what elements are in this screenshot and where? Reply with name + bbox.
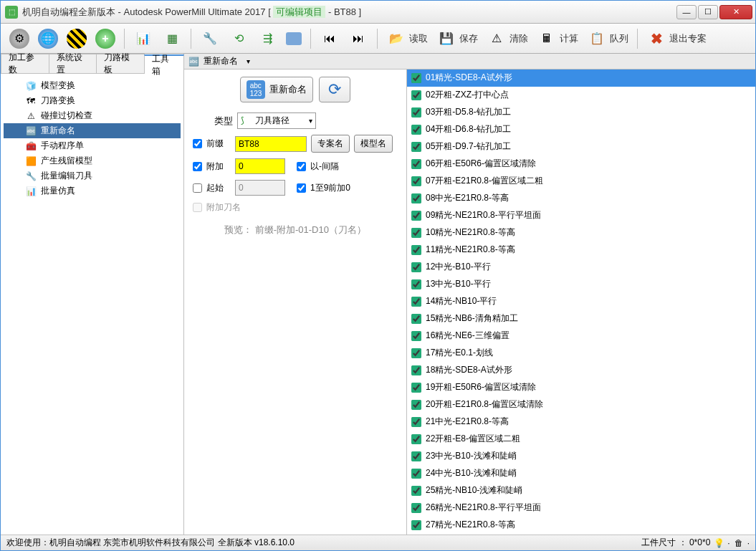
list-item-checkbox[interactable] xyxy=(411,125,421,135)
start-checkbox[interactable] xyxy=(193,183,202,193)
list-item-checkbox[interactable] xyxy=(411,451,421,461)
list-item[interactable]: 07开粗-E21R0.8-偏置区域二粗 xyxy=(407,173,755,190)
rotate-button[interactable]: ⟲ xyxy=(226,27,252,50)
tree-item-3[interactable]: 🔤重新命名 xyxy=(4,123,181,138)
list-item-checkbox[interactable] xyxy=(411,417,421,427)
wrench-button[interactable]: 🔧 xyxy=(197,27,223,50)
list-item[interactable]: 20开粗-E21R0.8-偏置区域清除 xyxy=(407,396,755,413)
list-item-checkbox[interactable] xyxy=(411,211,421,221)
list-item-checkbox[interactable] xyxy=(411,228,421,238)
list-item[interactable]: 17精光-E0.1-划线 xyxy=(407,345,755,362)
list-item[interactable]: 27精光-NE21R0.8-等高 xyxy=(407,517,755,534)
list-item[interactable]: 16精光-NE6-三维偏置 xyxy=(407,327,755,345)
hazard-button[interactable] xyxy=(64,27,90,50)
model-name-button[interactable]: 模型名 xyxy=(354,135,393,153)
list-item-checkbox[interactable] xyxy=(411,365,421,375)
maximize-button[interactable]: ☐ xyxy=(698,5,718,19)
list-item[interactable]: 24中光-B10-浅滩和陡峭 xyxy=(407,465,755,482)
list-item[interactable]: 19开粗-E50R6-偏置区域清除 xyxy=(407,379,755,396)
next-button[interactable]: ⏭ xyxy=(345,27,371,50)
read-button[interactable]: 📂读取 xyxy=(383,27,431,50)
list-item[interactable]: 21中光-E21R0.8-等高 xyxy=(407,413,755,431)
flow-button[interactable]: ⇶ xyxy=(254,27,280,50)
list-item-checkbox[interactable] xyxy=(411,262,421,272)
append-checkbox[interactable] xyxy=(193,162,202,171)
project-name-button[interactable]: 专案名 xyxy=(311,135,350,153)
left-tab-2[interactable]: 刀路模板 xyxy=(96,54,145,73)
list-item-checkbox[interactable] xyxy=(411,434,421,444)
interval-checkbox[interactable] xyxy=(297,162,306,171)
list-item-checkbox[interactable] xyxy=(411,486,421,496)
list-item-checkbox[interactable] xyxy=(411,348,421,358)
tree-item-2[interactable]: ⚠碰撞过切检查 xyxy=(4,108,181,123)
list-item-checkbox[interactable] xyxy=(411,245,421,255)
list-item[interactable]: 25精光-NB10-浅滩和陡峭 xyxy=(407,482,755,499)
close-button[interactable]: ✕ xyxy=(719,5,752,19)
list-item-checkbox[interactable] xyxy=(411,142,421,152)
add-button[interactable]: + xyxy=(92,27,118,50)
list-item-checkbox[interactable] xyxy=(411,107,421,118)
left-tab-1[interactable]: 系统设置 xyxy=(49,54,97,73)
list-item-checkbox[interactable] xyxy=(411,90,421,100)
tree-item-6[interactable]: 🔧批量编辑刀具 xyxy=(4,168,181,183)
list-item[interactable]: 18精光-SDE8-A试外形 xyxy=(407,362,755,379)
list-item[interactable]: 13中光-B10-平行 xyxy=(407,276,755,293)
calc-button[interactable]: 🖩计算 xyxy=(534,27,581,50)
clear-button[interactable]: ⚠清除 xyxy=(484,27,531,50)
list-item[interactable]: 11精光-NE21R0.8-等高 xyxy=(407,241,755,259)
tree-item-1[interactable]: 🗺刀路变换 xyxy=(4,93,181,108)
list-item[interactable]: 14精光-NB10-平行 xyxy=(407,293,755,310)
prefix-input[interactable] xyxy=(235,136,307,152)
rename-action-button[interactable]: abc123 重新命名 xyxy=(240,77,313,102)
globe-button[interactable]: 🌐 xyxy=(35,27,61,50)
list-item-checkbox[interactable] xyxy=(411,176,421,186)
queue-button[interactable]: 📋队列 xyxy=(584,27,631,50)
list-item[interactable]: 01精光-SDE8-A试外形 xyxy=(407,70,755,87)
list-item[interactable]: 15精光-NB6-清角精加工 xyxy=(407,310,755,327)
list-item-checkbox[interactable] xyxy=(411,331,421,341)
list-item[interactable]: 03开粗-D5.8-钻孔加工 xyxy=(407,104,755,121)
tree-item-5[interactable]: 🟧产生残留模型 xyxy=(4,153,181,168)
list-item[interactable]: 26精光-NE21R0.8-平行平坦面 xyxy=(407,499,755,517)
list-item-checkbox[interactable] xyxy=(411,503,421,513)
list-item-checkbox[interactable] xyxy=(411,314,421,324)
list-item[interactable]: 06开粗-E50R6-偏置区域清除 xyxy=(407,155,755,173)
list-item-checkbox[interactable] xyxy=(411,400,421,410)
list-item-checkbox[interactable] xyxy=(411,297,421,307)
recycle-icon[interactable]: 🗑 xyxy=(733,537,745,549)
list-item[interactable]: 04开粗-D6.8-钻孔加工 xyxy=(407,121,755,138)
box-button[interactable] xyxy=(283,27,305,50)
excel-button[interactable]: ▦ xyxy=(159,27,185,50)
list-item[interactable]: 02开粗-ZXZ-打中心点 xyxy=(407,87,755,104)
list-item-checkbox[interactable] xyxy=(411,520,421,530)
left-tab-3[interactable]: 工具箱 xyxy=(144,54,184,74)
tree-item-4[interactable]: 🧰手动程序单 xyxy=(4,138,181,153)
minimize-button[interactable]: — xyxy=(676,5,697,19)
left-tab-0[interactable]: 加工参数 xyxy=(1,54,49,73)
list-item-checkbox[interactable] xyxy=(411,279,421,289)
list-item-checkbox[interactable] xyxy=(411,159,421,169)
settings-button[interactable]: ⚙ xyxy=(6,27,32,50)
list-item[interactable]: 22开粗-E8-偏置区域二粗 xyxy=(407,431,755,448)
refresh-button[interactable]: ⟳ xyxy=(319,77,350,102)
type-select[interactable]: ⟆ 刀具路径 ▾ xyxy=(237,112,316,129)
list-item-checkbox[interactable] xyxy=(411,469,421,479)
chart-button[interactable]: 📊 xyxy=(130,27,156,50)
list-item-checkbox[interactable] xyxy=(411,193,421,203)
list-item[interactable]: 09精光-NE21R0.8-平行平坦面 xyxy=(407,207,755,224)
list-item-checkbox[interactable] xyxy=(411,73,421,83)
dropdown-arrow-icon[interactable]: ▾ xyxy=(247,57,250,65)
list-item-checkbox[interactable] xyxy=(411,383,421,393)
prev-button[interactable]: ⏮ xyxy=(317,27,343,50)
prefix-checkbox[interactable] xyxy=(193,139,202,148)
save-button[interactable]: 💾保存 xyxy=(434,27,481,50)
append-input[interactable] xyxy=(235,158,285,174)
list-item[interactable]: 08中光-E21R0.8-等高 xyxy=(407,190,755,207)
toolpath-list[interactable]: 01精光-SDE8-A试外形02开粗-ZXZ-打中心点03开粗-D5.8-钻孔加… xyxy=(407,70,755,535)
tree-item-7[interactable]: 📊批量仿真 xyxy=(4,183,181,198)
list-item[interactable]: 05开粗-D9.7-钻孔加工 xyxy=(407,138,755,155)
bulb-icon[interactable]: 💡 xyxy=(713,537,724,549)
list-item[interactable]: 23中光-B10-浅滩和陡峭 xyxy=(407,448,755,465)
list-item[interactable]: 12中光-B10-平行 xyxy=(407,259,755,276)
tree-item-0[interactable]: 🧊模型变换 xyxy=(4,78,181,93)
